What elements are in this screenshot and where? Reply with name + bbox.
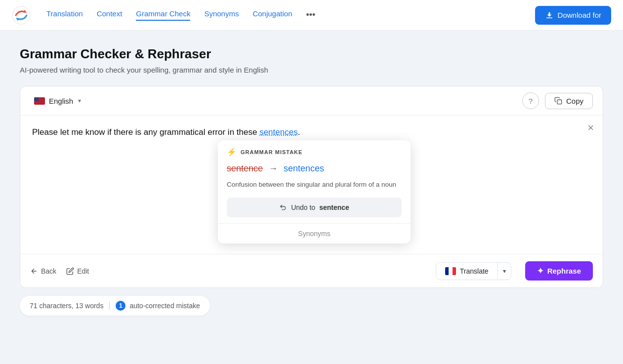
synonyms-link[interactable]: Synonyms xyxy=(218,223,411,243)
back-icon xyxy=(30,267,38,275)
nav-context[interactable]: Context xyxy=(97,9,123,21)
nav-more-icon[interactable]: ••• xyxy=(306,10,315,20)
nav-synonyms[interactable]: Synonyms xyxy=(204,9,239,21)
page-title: Grammar Checker & Rephraser xyxy=(20,46,603,62)
main-content: Grammar Checker & Rephraser AI-powered w… xyxy=(0,31,623,331)
france-flag-icon xyxy=(445,267,456,275)
mistake-badge: 1 xyxy=(116,301,125,311)
back-button[interactable]: Back xyxy=(30,267,56,275)
nav-grammar-check[interactable]: Grammar Check xyxy=(136,9,190,21)
undo-word: sentence xyxy=(319,203,349,211)
page-subtitle: AI-powered writing tool to check your sp… xyxy=(20,66,603,74)
help-button[interactable]: ? xyxy=(522,92,539,109)
sparkle-icon: ✦ xyxy=(537,266,543,276)
arrow-icon: → xyxy=(269,163,278,174)
grammar-tooltip: ⚡ GRAMMAR MISTAKE sentence → sentences C… xyxy=(218,140,411,243)
translate-btn-group: Translate ▾ xyxy=(436,262,511,280)
lightning-icon: ⚡ xyxy=(227,147,237,157)
header: Translation Context Grammar Check Synony… xyxy=(0,0,623,31)
text-after: . xyxy=(298,127,300,137)
chevron-down-icon: ▾ xyxy=(78,97,81,104)
download-icon xyxy=(545,11,554,20)
tooltip-label: GRAMMAR MISTAKE xyxy=(241,149,302,155)
stats-divider xyxy=(109,302,110,310)
nav-conjugation[interactable]: Conjugation xyxy=(252,9,292,21)
undo-icon xyxy=(279,203,287,211)
editor-toolbar: English ▾ ? Copy xyxy=(20,86,603,116)
correct-word: sentences xyxy=(284,163,324,174)
edit-button[interactable]: Edit xyxy=(66,267,89,275)
mistake-label: auto-corrected mistake xyxy=(129,302,200,310)
rephrase-button[interactable]: ✦ Rephrase xyxy=(525,261,593,281)
question-icon: ? xyxy=(529,97,533,105)
logo[interactable] xyxy=(12,6,31,25)
tooltip-explanation: Confusion between the singular and plura… xyxy=(218,180,411,198)
svg-point-0 xyxy=(12,6,30,24)
stats-bar: 71 characters, 13 words 1 auto-corrected… xyxy=(20,296,210,316)
close-button[interactable]: × xyxy=(587,122,594,133)
translate-button[interactable]: Translate xyxy=(436,263,498,280)
nav-links: Translation Context Grammar Check Synony… xyxy=(46,9,519,21)
language-label: English xyxy=(49,97,73,105)
chars-words-stat: 71 characters, 13 words xyxy=(30,302,103,310)
tooltip-header: ⚡ GRAMMAR MISTAKE xyxy=(218,140,411,162)
editor-footer: Back Edit Translate xyxy=(20,254,603,287)
copy-icon xyxy=(554,97,562,105)
tooltip-correction: sentence → sentences xyxy=(218,162,411,180)
svg-rect-3 xyxy=(557,100,562,104)
nav-translation[interactable]: Translation xyxy=(46,9,83,21)
undo-prefix: Undo to xyxy=(291,203,315,211)
text-before: Please let me know if there is any gramm… xyxy=(32,127,259,137)
wrong-word: sentence xyxy=(227,163,263,174)
us-flag-icon xyxy=(34,97,45,105)
editor-body[interactable]: × Please let me know if there is any gra… xyxy=(20,116,603,254)
reverso-logo-icon xyxy=(12,6,31,25)
edit-icon xyxy=(66,267,74,275)
copy-button[interactable]: Copy xyxy=(545,93,593,109)
highlighted-word[interactable]: sentences xyxy=(259,127,298,137)
undo-button[interactable]: Undo to sentence xyxy=(227,198,402,217)
translate-dropdown-chevron[interactable]: ▾ xyxy=(498,263,511,279)
download-button[interactable]: Download for xyxy=(535,6,611,25)
editor-card: English ▾ ? Copy × Please let me know if… xyxy=(20,86,603,288)
language-selector[interactable]: English ▾ xyxy=(30,95,85,107)
editor-text: Please let me know if there is any gramm… xyxy=(32,125,591,140)
